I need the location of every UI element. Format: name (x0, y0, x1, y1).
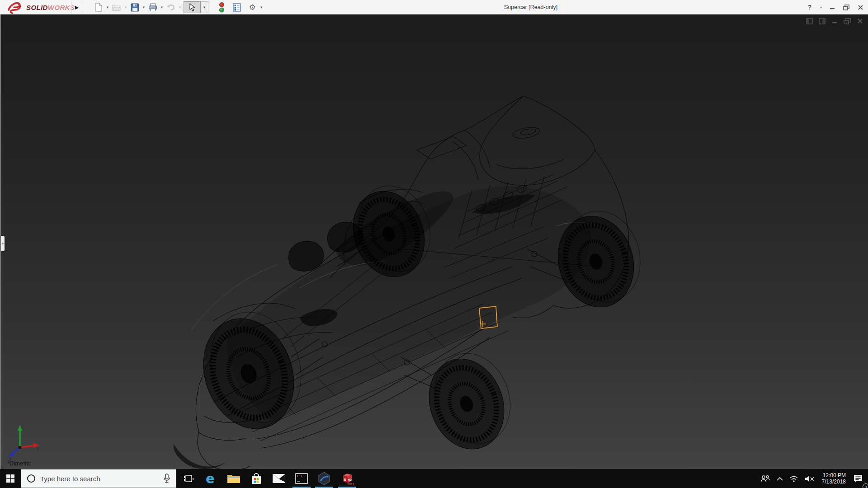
graphics-viewport[interactable]: y x z *Dimetric (0, 14, 868, 469)
wheel-front-right (416, 343, 524, 460)
edge-icon: e (205, 472, 217, 485)
search-input[interactable] (40, 475, 163, 483)
wifi-icon (789, 475, 798, 482)
file-explorer-icon (227, 473, 241, 484)
store-icon (250, 472, 262, 485)
taskbar-clock[interactable]: 12:00 PM 7/13/2018 (818, 472, 850, 485)
mail-icon (272, 474, 286, 483)
document-window-controls (806, 18, 863, 24)
network-button[interactable] (786, 469, 802, 488)
undo-dropdown[interactable]: ▾ (176, 2, 184, 13)
print-icon (148, 3, 157, 12)
save-icon (131, 3, 139, 12)
solidworks-app-button[interactable]: S W 2017 (335, 469, 358, 488)
document-title: Supercar [Read-only] (504, 0, 557, 14)
car-wireframe-model (1, 14, 868, 469)
triad-x-label: x (37, 446, 40, 451)
pane-right-toggle[interactable] (818, 18, 826, 24)
clock-date: 7/13/2018 (822, 479, 846, 485)
file-explorer-button[interactable] (222, 469, 245, 488)
svg-text:W: W (348, 478, 352, 482)
taskbar-search[interactable] (21, 469, 176, 488)
pane-left-icon (806, 18, 813, 24)
task-view-button[interactable] (177, 469, 200, 488)
orientation-triad: y x z (6, 423, 42, 461)
doc-restore-icon (844, 18, 851, 24)
open-button[interactable] (111, 2, 122, 13)
options-gear-icon: ⚙ (249, 4, 255, 11)
cortana-icon[interactable] (27, 474, 35, 483)
hexagon-app-icon (317, 472, 331, 485)
restore-button[interactable] (841, 2, 851, 12)
help-dropdown[interactable]: ▾ (819, 2, 823, 12)
help-icon: ? (808, 4, 812, 11)
show-hidden-icons-button[interactable] (774, 469, 786, 488)
panel-tab-dot-icon (2, 243, 4, 244)
view-orientation-label: *Dimetric (7, 460, 31, 467)
hexagon-app-button[interactable] (313, 469, 335, 488)
undo-button[interactable] (165, 2, 176, 13)
solidworks-logo-icon (5, 0, 24, 14)
doc-restore-button[interactable] (844, 18, 851, 24)
file-properties-button[interactable] (231, 2, 242, 13)
start-button[interactable] (0, 469, 21, 488)
svg-text:S: S (344, 478, 347, 482)
new-document-button[interactable] (93, 2, 104, 13)
print-button[interactable] (147, 2, 158, 13)
people-icon (760, 475, 770, 483)
pane-left-toggle[interactable] (806, 18, 813, 24)
command-prompt-button[interactable]: C:\ (290, 469, 313, 488)
main-toolbar: ▾ ▾ (93, 1, 265, 13)
clock-time: 12:00 PM (822, 472, 846, 479)
print-dropdown[interactable]: ▾ (158, 2, 165, 13)
solidworks-logo: SOLIDWORKS (5, 0, 75, 14)
close-icon (858, 5, 863, 10)
options-dropdown[interactable]: ▾ (258, 2, 265, 13)
select-cursor-icon (189, 3, 196, 11)
doc-minimize-icon (832, 19, 837, 24)
svg-text:2017: 2017 (347, 483, 354, 486)
select-tool-dropdown[interactable]: ▾ (201, 1, 208, 13)
minimize-icon (830, 5, 835, 10)
mail-button[interactable] (268, 469, 290, 488)
svg-text:e: e (206, 472, 215, 485)
people-button[interactable] (757, 469, 774, 488)
speaker-muted-icon (805, 475, 815, 482)
save-button[interactable] (129, 2, 140, 13)
doc-minimize-button[interactable] (831, 18, 838, 24)
brand-text: SOLIDWORKS (26, 4, 75, 11)
solidworks-window: SOLIDWORKS ▶ ▾ (0, 0, 868, 488)
store-button[interactable] (245, 469, 268, 488)
rebuild-button[interactable] (216, 2, 227, 13)
help-button[interactable]: ? (805, 2, 815, 12)
task-view-icon (184, 474, 193, 483)
collapsed-panel-tab[interactable] (1, 236, 5, 251)
doc-close-button[interactable] (856, 18, 863, 24)
microphone-icon[interactable] (163, 474, 170, 483)
titlebar: SOLIDWORKS ▶ ▾ (0, 0, 868, 14)
menu-flyout-arrow-icon[interactable]: ▶ (71, 1, 82, 14)
edge-button[interactable]: e (200, 469, 222, 488)
close-button[interactable] (855, 2, 865, 12)
save-dropdown[interactable]: ▾ (140, 2, 147, 13)
volume-button[interactable] (802, 469, 818, 488)
options-button[interactable]: ⚙ (247, 2, 258, 13)
action-center-icon (853, 474, 863, 483)
select-tool-group: ▾ (184, 1, 210, 13)
select-tool-button[interactable] (184, 1, 201, 13)
open-dropdown[interactable]: ▾ (122, 2, 129, 13)
restore-icon (843, 5, 849, 10)
brand-works: WORKS (48, 4, 75, 11)
minimize-button[interactable] (827, 2, 837, 12)
windows-logo-icon (6, 474, 14, 483)
rebuild-stoplight-icon (219, 2, 225, 13)
command-prompt-icon: C:\ (295, 473, 308, 484)
windows-taskbar: e (0, 469, 868, 488)
svg-text:C:\: C:\ (297, 474, 302, 478)
triad-y-label: y (22, 424, 25, 429)
action-center-button[interactable]: 3 (850, 469, 866, 488)
new-document-dropdown[interactable]: ▾ (104, 2, 111, 13)
undo-icon (166, 4, 175, 11)
doc-close-icon (857, 18, 863, 24)
notification-badge: 3 (863, 483, 868, 488)
